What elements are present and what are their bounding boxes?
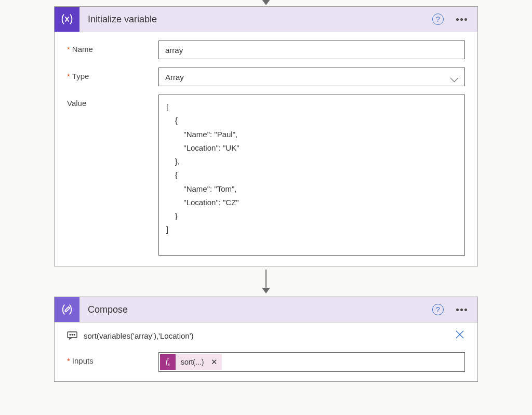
type-select[interactable]: Array	[158, 68, 465, 86]
inputs-token-field[interactable]: fx sort(...) ✕	[158, 352, 465, 372]
card-header[interactable]: Compose ?	[55, 297, 477, 323]
name-label: *Name	[67, 41, 158, 53]
speech-icon	[67, 331, 77, 340]
help-icon[interactable]: ?	[432, 304, 444, 315]
connector-arrow	[262, 266, 270, 297]
expression-peek-bar: sort(variables('array'),'Location')	[55, 323, 477, 345]
svg-point-1	[70, 334, 71, 336]
compose-icon	[55, 297, 79, 322]
more-menu-icon[interactable]	[456, 309, 467, 311]
name-input[interactable]	[158, 41, 465, 59]
token-label: sort(...)	[176, 358, 207, 366]
more-menu-icon[interactable]	[456, 18, 467, 21]
expression-token[interactable]: fx sort(...) ✕	[160, 354, 222, 370]
initialize-variable-card: Initialize variable ? *Name *Type Array	[54, 6, 478, 266]
variable-icon	[55, 7, 79, 32]
card-title: Compose	[79, 304, 432, 315]
help-icon[interactable]: ?	[432, 14, 444, 25]
token-remove-icon[interactable]: ✕	[207, 357, 222, 367]
close-peek-icon[interactable]	[455, 329, 465, 342]
svg-point-2	[72, 334, 73, 336]
inputs-label: *Inputs	[67, 352, 158, 365]
svg-point-3	[74, 334, 75, 336]
expression-peek-text: sort(variables('array'),'Location')	[84, 331, 448, 340]
card-header[interactable]: Initialize variable ?	[55, 7, 477, 32]
type-label: *Type	[67, 68, 158, 81]
connector-arrow-top	[262, 0, 270, 6]
value-textarea[interactable]: [ { "Name": "Paul", "Location": "UK" }, …	[158, 95, 465, 256]
compose-card: Compose ? sort(variables('array'),'Locat…	[54, 297, 478, 382]
card-title: Initialize variable	[79, 14, 432, 25]
fx-icon: fx	[160, 354, 176, 370]
value-label: Value	[67, 95, 158, 108]
type-selected-value: Array	[165, 73, 184, 82]
